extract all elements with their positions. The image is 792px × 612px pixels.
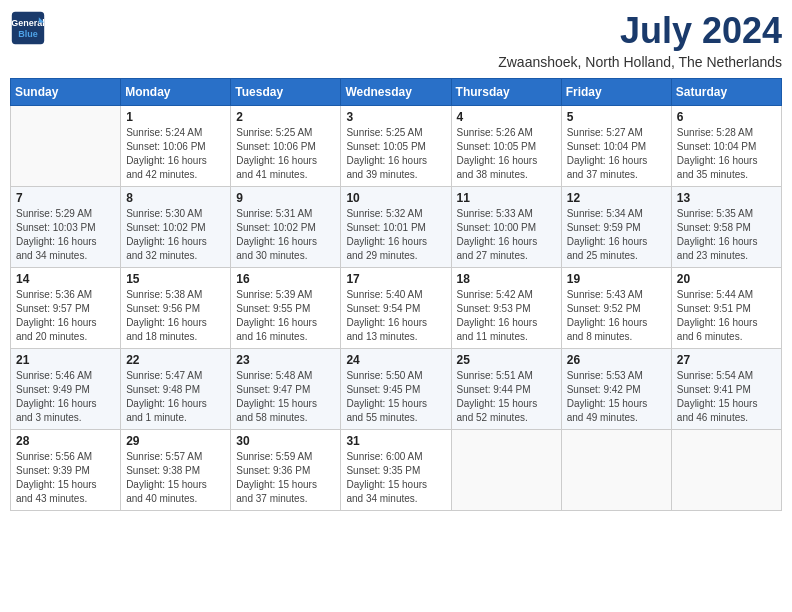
weekday-thursday: Thursday (451, 79, 561, 106)
calendar-cell: 9Sunrise: 5:31 AM Sunset: 10:02 PM Dayli… (231, 187, 341, 268)
day-info: Sunrise: 5:44 AM Sunset: 9:51 PM Dayligh… (677, 288, 776, 344)
day-number: 9 (236, 191, 335, 205)
calendar-cell: 22Sunrise: 5:47 AM Sunset: 9:48 PM Dayli… (121, 349, 231, 430)
calendar-body: 1Sunrise: 5:24 AM Sunset: 10:06 PM Dayli… (11, 106, 782, 511)
week-row-5: 28Sunrise: 5:56 AM Sunset: 9:39 PM Dayli… (11, 430, 782, 511)
calendar-cell: 12Sunrise: 5:34 AM Sunset: 9:59 PM Dayli… (561, 187, 671, 268)
day-number: 22 (126, 353, 225, 367)
day-number: 30 (236, 434, 335, 448)
day-info: Sunrise: 5:26 AM Sunset: 10:05 PM Daylig… (457, 126, 556, 182)
day-info: Sunrise: 5:36 AM Sunset: 9:57 PM Dayligh… (16, 288, 115, 344)
calendar-cell: 1Sunrise: 5:24 AM Sunset: 10:06 PM Dayli… (121, 106, 231, 187)
week-row-1: 1Sunrise: 5:24 AM Sunset: 10:06 PM Dayli… (11, 106, 782, 187)
day-info: Sunrise: 5:53 AM Sunset: 9:42 PM Dayligh… (567, 369, 666, 425)
calendar-cell: 10Sunrise: 5:32 AM Sunset: 10:01 PM Dayl… (341, 187, 451, 268)
calendar-cell: 17Sunrise: 5:40 AM Sunset: 9:54 PM Dayli… (341, 268, 451, 349)
calendar-cell: 23Sunrise: 5:48 AM Sunset: 9:47 PM Dayli… (231, 349, 341, 430)
calendar-cell: 7Sunrise: 5:29 AM Sunset: 10:03 PM Dayli… (11, 187, 121, 268)
calendar-cell: 2Sunrise: 5:25 AM Sunset: 10:06 PM Dayli… (231, 106, 341, 187)
calendar-cell: 14Sunrise: 5:36 AM Sunset: 9:57 PM Dayli… (11, 268, 121, 349)
day-info: Sunrise: 5:54 AM Sunset: 9:41 PM Dayligh… (677, 369, 776, 425)
calendar-cell: 31Sunrise: 6:00 AM Sunset: 9:35 PM Dayli… (341, 430, 451, 511)
day-info: Sunrise: 5:42 AM Sunset: 9:53 PM Dayligh… (457, 288, 556, 344)
day-number: 13 (677, 191, 776, 205)
day-info: Sunrise: 5:59 AM Sunset: 9:36 PM Dayligh… (236, 450, 335, 506)
calendar-cell: 26Sunrise: 5:53 AM Sunset: 9:42 PM Dayli… (561, 349, 671, 430)
day-info: Sunrise: 5:25 AM Sunset: 10:06 PM Daylig… (236, 126, 335, 182)
day-info: Sunrise: 5:43 AM Sunset: 9:52 PM Dayligh… (567, 288, 666, 344)
day-number: 7 (16, 191, 115, 205)
calendar-cell: 21Sunrise: 5:46 AM Sunset: 9:49 PM Dayli… (11, 349, 121, 430)
calendar-cell (11, 106, 121, 187)
day-number: 4 (457, 110, 556, 124)
calendar-cell: 24Sunrise: 5:50 AM Sunset: 9:45 PM Dayli… (341, 349, 451, 430)
day-info: Sunrise: 5:51 AM Sunset: 9:44 PM Dayligh… (457, 369, 556, 425)
week-row-2: 7Sunrise: 5:29 AM Sunset: 10:03 PM Dayli… (11, 187, 782, 268)
week-row-4: 21Sunrise: 5:46 AM Sunset: 9:49 PM Dayli… (11, 349, 782, 430)
calendar-cell: 16Sunrise: 5:39 AM Sunset: 9:55 PM Dayli… (231, 268, 341, 349)
day-info: Sunrise: 5:32 AM Sunset: 10:01 PM Daylig… (346, 207, 445, 263)
day-info: Sunrise: 5:57 AM Sunset: 9:38 PM Dayligh… (126, 450, 225, 506)
day-info: Sunrise: 5:33 AM Sunset: 10:00 PM Daylig… (457, 207, 556, 263)
calendar-cell: 27Sunrise: 5:54 AM Sunset: 9:41 PM Dayli… (671, 349, 781, 430)
weekday-saturday: Saturday (671, 79, 781, 106)
day-number: 25 (457, 353, 556, 367)
day-number: 11 (457, 191, 556, 205)
calendar-cell: 6Sunrise: 5:28 AM Sunset: 10:04 PM Dayli… (671, 106, 781, 187)
day-info: Sunrise: 5:24 AM Sunset: 10:06 PM Daylig… (126, 126, 225, 182)
calendar-table: SundayMondayTuesdayWednesdayThursdayFrid… (10, 78, 782, 511)
day-number: 23 (236, 353, 335, 367)
day-info: Sunrise: 5:56 AM Sunset: 9:39 PM Dayligh… (16, 450, 115, 506)
day-number: 26 (567, 353, 666, 367)
day-number: 2 (236, 110, 335, 124)
location-title: Zwaanshoek, North Holland, The Netherlan… (498, 54, 782, 70)
title-area: July 2024 Zwaanshoek, North Holland, The… (498, 10, 782, 70)
day-info: Sunrise: 5:47 AM Sunset: 9:48 PM Dayligh… (126, 369, 225, 425)
day-info: Sunrise: 5:31 AM Sunset: 10:02 PM Daylig… (236, 207, 335, 263)
calendar-cell: 11Sunrise: 5:33 AM Sunset: 10:00 PM Dayl… (451, 187, 561, 268)
calendar-cell: 13Sunrise: 5:35 AM Sunset: 9:58 PM Dayli… (671, 187, 781, 268)
day-info: Sunrise: 5:34 AM Sunset: 9:59 PM Dayligh… (567, 207, 666, 263)
calendar-cell: 8Sunrise: 5:30 AM Sunset: 10:02 PM Dayli… (121, 187, 231, 268)
weekday-monday: Monday (121, 79, 231, 106)
calendar-cell: 3Sunrise: 5:25 AM Sunset: 10:05 PM Dayli… (341, 106, 451, 187)
day-info: Sunrise: 5:39 AM Sunset: 9:55 PM Dayligh… (236, 288, 335, 344)
calendar-cell (561, 430, 671, 511)
day-number: 17 (346, 272, 445, 286)
day-number: 21 (16, 353, 115, 367)
calendar-cell: 19Sunrise: 5:43 AM Sunset: 9:52 PM Dayli… (561, 268, 671, 349)
logo: General Blue (10, 10, 46, 46)
day-number: 31 (346, 434, 445, 448)
calendar-cell: 30Sunrise: 5:59 AM Sunset: 9:36 PM Dayli… (231, 430, 341, 511)
day-number: 5 (567, 110, 666, 124)
week-row-3: 14Sunrise: 5:36 AM Sunset: 9:57 PM Dayli… (11, 268, 782, 349)
day-number: 10 (346, 191, 445, 205)
calendar-cell: 4Sunrise: 5:26 AM Sunset: 10:05 PM Dayli… (451, 106, 561, 187)
weekday-sunday: Sunday (11, 79, 121, 106)
weekday-header: SundayMondayTuesdayWednesdayThursdayFrid… (11, 79, 782, 106)
day-info: Sunrise: 5:35 AM Sunset: 9:58 PM Dayligh… (677, 207, 776, 263)
day-number: 15 (126, 272, 225, 286)
day-info: Sunrise: 5:30 AM Sunset: 10:02 PM Daylig… (126, 207, 225, 263)
logo-icon: General Blue (10, 10, 46, 46)
calendar-cell: 20Sunrise: 5:44 AM Sunset: 9:51 PM Dayli… (671, 268, 781, 349)
day-info: Sunrise: 5:25 AM Sunset: 10:05 PM Daylig… (346, 126, 445, 182)
day-number: 12 (567, 191, 666, 205)
month-title: July 2024 (498, 10, 782, 52)
calendar-cell: 25Sunrise: 5:51 AM Sunset: 9:44 PM Dayli… (451, 349, 561, 430)
day-info: Sunrise: 5:29 AM Sunset: 10:03 PM Daylig… (16, 207, 115, 263)
calendar-cell: 29Sunrise: 5:57 AM Sunset: 9:38 PM Dayli… (121, 430, 231, 511)
weekday-wednesday: Wednesday (341, 79, 451, 106)
calendar-cell (671, 430, 781, 511)
weekday-tuesday: Tuesday (231, 79, 341, 106)
day-info: Sunrise: 5:50 AM Sunset: 9:45 PM Dayligh… (346, 369, 445, 425)
day-info: Sunrise: 5:40 AM Sunset: 9:54 PM Dayligh… (346, 288, 445, 344)
day-number: 6 (677, 110, 776, 124)
day-number: 16 (236, 272, 335, 286)
day-info: Sunrise: 5:38 AM Sunset: 9:56 PM Dayligh… (126, 288, 225, 344)
day-info: Sunrise: 5:46 AM Sunset: 9:49 PM Dayligh… (16, 369, 115, 425)
day-number: 19 (567, 272, 666, 286)
day-info: Sunrise: 6:00 AM Sunset: 9:35 PM Dayligh… (346, 450, 445, 506)
day-number: 20 (677, 272, 776, 286)
day-number: 18 (457, 272, 556, 286)
